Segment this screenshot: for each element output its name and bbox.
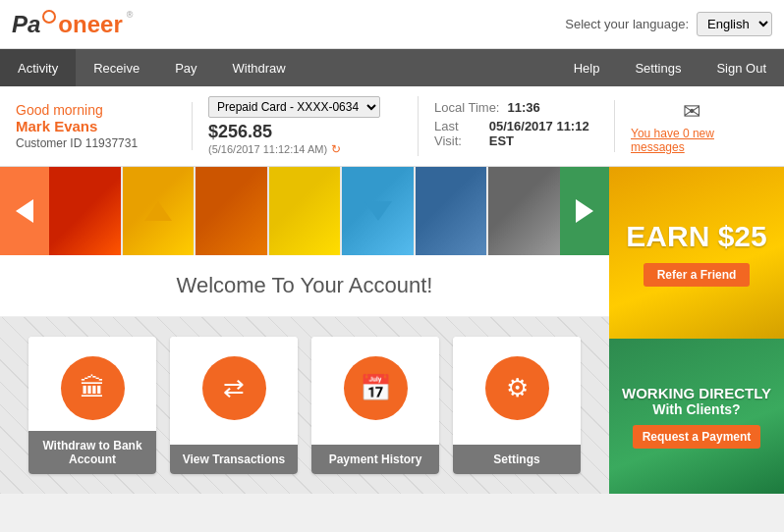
nav-signout[interactable]: Sign Out [699, 49, 784, 86]
lang-dropdown[interactable]: English [697, 12, 772, 36]
card-icon-area-withdraw: 🏛 [28, 337, 156, 431]
local-time-label: Local Time: [434, 100, 499, 115]
banner-img-2 [123, 167, 195, 255]
banner-img-1 [49, 167, 121, 255]
customer-id-label: Customer ID [16, 136, 82, 150]
nav-withdraw[interactable]: Withdraw [215, 49, 304, 86]
logo-circle-icon [42, 10, 56, 24]
withdraw-icon: 🏛 [61, 356, 125, 420]
card-label-history: Payment History [311, 445, 439, 474]
last-visit-label: Last Visit: [434, 119, 481, 148]
local-time-value: 11:36 [507, 100, 539, 115]
greeting-name: Mark Evans [16, 118, 176, 134]
history-icon: 📅 [344, 356, 408, 420]
account-greeting: Good morning Mark Evans Customer ID 1193… [16, 102, 193, 150]
clients-request-btn[interactable]: Request a Payment [633, 425, 761, 449]
card-dropdown[interactable]: Prepaid Card - XXXX-0634 [208, 96, 380, 118]
earn-refer-btn[interactable]: Refer a Friend [644, 263, 751, 287]
nav-bar: Activity Receive Pay Withdraw Help Setti… [0, 49, 784, 86]
lang-label: Select your language: [565, 17, 689, 31]
account-messages: ✉ You have 0 new messages [615, 99, 768, 154]
last-visit-value: 05/16/2017 11:12 EST [489, 119, 598, 148]
banner-img-3 [196, 167, 267, 255]
nav-help[interactable]: Help [556, 49, 618, 86]
action-card-withdraw[interactable]: 🏛 Withdraw to Bank Account [28, 337, 156, 474]
banner-next-btn[interactable] [560, 167, 609, 255]
sidebar-earn: EARN $25 Refer a Friend [609, 167, 784, 339]
card-label-withdraw: Withdraw to Bank Account [28, 431, 156, 474]
banner-img-7 [488, 167, 560, 255]
card-icon-area-history: 📅 [311, 337, 439, 445]
action-card-settings[interactable]: ⚙ Settings [453, 337, 581, 474]
nav-right: Help Settings Sign Out [556, 49, 784, 86]
triangle-up-icon [144, 201, 172, 221]
earn-amount: EARN $25 [626, 220, 766, 253]
earn-content: EARN $25 Refer a Friend [626, 220, 766, 287]
banner-images [49, 167, 560, 255]
card-date-text: (5/16/2017 11:12:14 AM) [208, 143, 327, 155]
card-label-transactions: View Transactions [170, 445, 298, 474]
action-cards: 🏛 Withdraw to Bank Account ⇄ View Transa… [0, 317, 609, 494]
nav-settings[interactable]: Settings [617, 49, 699, 86]
logo-trademark: ® [127, 10, 134, 20]
banner-img-6 [416, 167, 487, 255]
banner-img-4 [269, 167, 341, 255]
account-time-section: Local Time: 11:36 Last Visit: 05/16/2017… [419, 100, 615, 152]
card-balance: $256.85 [208, 122, 402, 142]
nav-pay[interactable]: Pay [157, 49, 214, 86]
card-icon-area-transactions: ⇄ [170, 337, 298, 445]
main-content: Welcome To Your Account! 🏛 Withdraw to B… [0, 167, 784, 494]
logo-text-oneer: oneer [58, 11, 122, 38]
clients-title1: WORKING DIRECTLY [622, 385, 771, 401]
nav-activity[interactable]: Activity [0, 49, 76, 86]
action-card-transactions[interactable]: ⇄ View Transactions [170, 337, 298, 474]
messages-link[interactable]: You have 0 new messages [631, 127, 753, 154]
card-label-settings: Settings [453, 445, 581, 474]
settings-icon: ⚙ [485, 356, 549, 420]
language-selector[interactable]: Select your language: English [565, 12, 772, 36]
nav-left: Activity Receive Pay Withdraw [0, 49, 556, 86]
sidebar-clients: WORKING DIRECTLY With Clients? Request a… [609, 339, 784, 494]
next-arrow-icon [576, 199, 593, 223]
clients-content: WORKING DIRECTLY With Clients? Request a… [622, 385, 771, 449]
customer-id-value: 11937731 [85, 136, 138, 150]
account-bar: Good morning Mark Evans Customer ID 1193… [0, 86, 784, 167]
banner-prev-btn[interactable] [0, 167, 49, 255]
welcome-section: Welcome To Your Account! [0, 255, 609, 317]
card-date: (5/16/2017 11:12:14 AM) ↻ [208, 142, 402, 156]
clients-title2: With Clients? [622, 401, 771, 417]
welcome-text: Welcome To Your Account! [18, 273, 591, 298]
card-selector[interactable]: Prepaid Card - XXXX-0634 [208, 96, 402, 118]
triangle-down-icon [364, 201, 392, 221]
prev-arrow-icon [16, 199, 33, 223]
banner-img-5 [342, 167, 414, 255]
card-icon-area-settings: ⚙ [453, 337, 581, 445]
logo: Pa oneer ® [12, 11, 133, 38]
banner [0, 167, 609, 255]
nav-receive[interactable]: Receive [76, 49, 157, 86]
center-panel: Welcome To Your Account! 🏛 Withdraw to B… [0, 167, 609, 494]
action-card-history[interactable]: 📅 Payment History [311, 337, 439, 474]
logo-text-pay: Pa [12, 11, 40, 38]
account-card-section: Prepaid Card - XXXX-0634 $256.85 (5/16/2… [193, 96, 419, 156]
right-sidebar: EARN $25 Refer a Friend WORKING DIRECTLY… [609, 167, 784, 494]
greeting-text: Good morning [16, 102, 176, 118]
top-bar: Pa oneer ® Select your language: English [0, 0, 784, 49]
last-visit-row: Last Visit: 05/16/2017 11:12 EST [434, 119, 598, 148]
local-time-row: Local Time: 11:36 [434, 100, 598, 115]
transactions-icon: ⇄ [202, 356, 266, 420]
mail-icon: ✉ [683, 99, 700, 125]
customer-id: Customer ID 11937731 [16, 136, 176, 150]
refresh-icon[interactable]: ↻ [331, 142, 341, 156]
